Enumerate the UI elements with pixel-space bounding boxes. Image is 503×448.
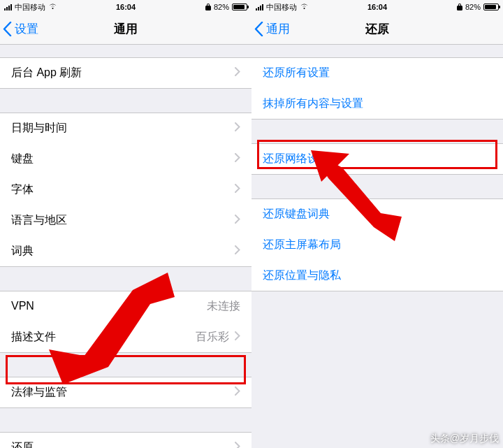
cell-vpn[interactable]: VPN未连接 <box>0 291 252 321</box>
cell-erase-all[interactable]: 抹掉所有内容与设置 <box>252 88 503 119</box>
wifi-icon <box>48 3 57 11</box>
watermark: 头条@岁月步伐 <box>430 433 499 445</box>
carrier-label: 中国移动 <box>15 2 45 13</box>
screen-reset: 中国移动 16:04 82% 通用 还原 还原所有设置 抹掉所有内容与设置 还原… <box>252 0 503 448</box>
cell-language-region[interactable]: 语言与地区 <box>0 205 252 236</box>
chevron-right-icon <box>235 122 240 134</box>
screen-general: 中国移动 16:04 82% 设置 通用 后台 App 刷新 日期与时间 键盘 … <box>0 0 252 448</box>
status-time: 16:04 <box>116 3 136 11</box>
chevron-right-icon <box>235 245 240 257</box>
cell-legal[interactable]: 法律与监管 <box>0 377 252 407</box>
chevron-right-icon <box>235 66 240 79</box>
status-bar: 中国移动 16:04 82% <box>252 0 503 14</box>
wifi-icon <box>300 3 309 11</box>
cell-reset-keyboard-dict[interactable]: 还原键盘词典 <box>252 198 503 229</box>
signal-icon <box>256 4 263 10</box>
cell-keyboard[interactable]: 键盘 <box>0 143 252 174</box>
battery-text: 82% <box>214 3 229 11</box>
cell-reset-location-privacy[interactable]: 还原位置与隐私 <box>252 260 503 291</box>
cell-reset-home-layout[interactable]: 还原主屏幕布局 <box>252 229 503 260</box>
nav-bar: 通用 还原 <box>252 14 503 45</box>
nav-bar: 设置 通用 <box>0 14 252 45</box>
cell-dictionary[interactable]: 词典 <box>0 236 252 266</box>
chevron-right-icon <box>235 152 240 165</box>
battery-icon <box>232 3 247 10</box>
back-label: 设置 <box>15 21 38 37</box>
lock-icon <box>457 3 462 12</box>
battery-icon <box>483 3 499 10</box>
signal-icon <box>4 4 12 10</box>
cell-font[interactable]: 字体 <box>0 174 252 205</box>
cell-reset-all[interactable]: 还原所有设置 <box>252 57 503 88</box>
chevron-right-icon <box>235 183 240 196</box>
cell-profiles[interactable]: 描述文件百乐彩 <box>0 321 252 352</box>
lock-icon <box>205 3 211 12</box>
back-label: 通用 <box>266 21 290 37</box>
status-bar: 中国移动 16:04 82% <box>0 0 252 14</box>
cell-reset[interactable]: 还原 <box>0 432 252 448</box>
back-button[interactable]: 设置 <box>0 21 38 37</box>
back-button[interactable]: 通用 <box>252 21 290 37</box>
chevron-right-icon <box>235 441 240 448</box>
carrier-label: 中国移动 <box>266 2 297 13</box>
cell-date-time[interactable]: 日期与时间 <box>0 113 252 143</box>
page-title: 还原 <box>365 21 389 37</box>
cell-app-refresh[interactable]: 后台 App 刷新 <box>0 57 252 88</box>
chevron-right-icon <box>235 214 240 226</box>
cell-reset-network[interactable]: 还原网络设置 <box>252 143 503 174</box>
status-time: 16:04 <box>367 3 387 11</box>
chevron-right-icon <box>235 331 240 343</box>
chevron-right-icon <box>235 386 240 398</box>
battery-text: 82% <box>465 3 481 11</box>
page-title: 通用 <box>114 21 138 37</box>
